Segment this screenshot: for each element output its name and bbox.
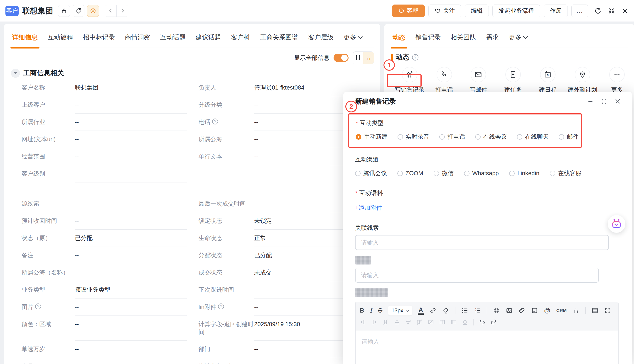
- activity-tab[interactable]: 销售记录: [415, 33, 441, 48]
- undo-button[interactable]: [479, 319, 485, 326]
- field-label: 下次跟进时间: [198, 286, 234, 294]
- radio-option[interactable]: Whatsapp: [464, 170, 499, 177]
- refresh-button[interactable]: [594, 7, 602, 15]
- action-create-field-plan[interactable]: 建外勤计划: [564, 67, 601, 94]
- split-cells-button[interactable]: [428, 319, 434, 325]
- redo-button[interactable]: [490, 319, 497, 326]
- cell-grid-button[interactable]: [439, 319, 446, 325]
- invalidate-button[interactable]: 作废: [544, 4, 568, 17]
- more-actions-button[interactable]: …: [571, 4, 588, 17]
- collapse-button[interactable]: [608, 7, 615, 15]
- edit-button[interactable]: 编辑: [465, 4, 489, 17]
- detail-tab[interactable]: 客户层级: [308, 33, 334, 48]
- action-create-task[interactable]: 建任务: [495, 67, 531, 94]
- detail-tab[interactable]: 招中标记录: [83, 33, 115, 48]
- radio-option[interactable]: ZOOM: [397, 170, 423, 177]
- editor-content[interactable]: 请输入: [356, 330, 618, 364]
- secondary-input[interactable]: [355, 268, 599, 283]
- action-call[interactable]: 打电话: [426, 67, 463, 94]
- detail-tab[interactable]: 工商关系图谱: [260, 33, 298, 48]
- pause-layout-button[interactable]: [353, 52, 363, 64]
- radio-option[interactable]: 微信: [434, 169, 454, 177]
- next-record-button[interactable]: [116, 5, 128, 16]
- field-value: --: [254, 303, 258, 311]
- activity-tab[interactable]: 相关团队: [451, 33, 476, 48]
- help-icon[interactable]: ?: [412, 54, 418, 60]
- radio-option[interactable]: 打电话: [439, 133, 465, 141]
- radio-option[interactable]: 在线客服: [550, 169, 582, 177]
- action-write-email[interactable]: 写邮件: [460, 67, 497, 94]
- action-more[interactable]: 更多: [599, 67, 634, 94]
- col-grid-button[interactable]: [451, 319, 457, 325]
- delete-col-button[interactable]: [382, 319, 389, 325]
- detail-tab[interactable]: 更多: [344, 33, 362, 48]
- field-label: 负责人: [198, 84, 216, 92]
- radio-option[interactable]: 手动新建: [356, 133, 387, 141]
- clear-format-button[interactable]: [442, 307, 449, 314]
- merge-cells-button[interactable]: [416, 319, 423, 325]
- insert-col-right-button[interactable]: [371, 319, 377, 325]
- ai-assistant-button[interactable]: [608, 215, 625, 233]
- fullscreen-button[interactable]: [604, 307, 611, 314]
- radio-option[interactable]: 邮件: [559, 133, 579, 141]
- mention-button[interactable]: @: [544, 307, 550, 314]
- emoji-button[interactable]: [493, 307, 500, 314]
- modal-title: 新建销售记录: [355, 97, 396, 106]
- chevron-down-icon: [405, 308, 409, 312]
- ordered-list-button[interactable]: 123: [474, 307, 481, 314]
- related-lead-input[interactable]: [355, 235, 609, 250]
- activity-tab[interactable]: 动态: [392, 33, 405, 48]
- fill-color-button[interactable]: [462, 319, 468, 325]
- radio-option[interactable]: 在线会议: [475, 133, 507, 141]
- image-button[interactable]: [506, 307, 513, 314]
- close-icon: [621, 7, 628, 14]
- radio-option[interactable]: 在线聊天: [517, 133, 549, 141]
- customer-group-button[interactable]: 客群: [392, 4, 425, 17]
- card-button[interactable]: [531, 307, 538, 314]
- strikethrough-button[interactable]: S: [378, 307, 383, 314]
- add-attachment-link[interactable]: +添加附件: [355, 204, 620, 212]
- font-color-button[interactable]: A: [418, 307, 424, 314]
- prev-record-button[interactable]: [105, 5, 116, 16]
- locate-target-button[interactable]: A: [87, 5, 99, 17]
- crm-button[interactable]: CRM: [556, 308, 567, 313]
- help-icon[interactable]: ?: [212, 118, 218, 124]
- font-size-select[interactable]: 13px: [388, 306, 412, 316]
- detail-tab[interactable]: 详细信息: [12, 33, 38, 48]
- unlock-button[interactable]: [58, 5, 70, 17]
- italic-button[interactable]: I: [370, 307, 372, 314]
- action-create-schedule[interactable]: 5 建日程: [530, 67, 566, 94]
- follow-button[interactable]: 关注: [429, 4, 461, 17]
- close-icon[interactable]: [614, 98, 621, 105]
- show-all-toggle[interactable]: [334, 54, 349, 62]
- bold-button[interactable]: B: [360, 307, 364, 314]
- detail-tab[interactable]: 互动旅程: [48, 33, 73, 48]
- activity-tab[interactable]: 需求: [486, 33, 499, 48]
- insert-row-above-button[interactable]: [394, 319, 400, 325]
- table-button[interactable]: [591, 307, 598, 314]
- radio-option[interactable]: 腾讯会议: [355, 169, 387, 177]
- insert-row-below-button[interactable]: [405, 319, 411, 325]
- expand-width-button[interactable]: ↔: [363, 52, 374, 64]
- help-icon[interactable]: ?: [218, 304, 224, 310]
- start-workflow-button[interactable]: 发起业务流程: [492, 4, 540, 17]
- detail-tab[interactable]: 互动话题: [160, 33, 186, 48]
- link-button[interactable]: [430, 307, 436, 314]
- detail-tab[interactable]: 商情洞察: [125, 33, 150, 48]
- radio-option[interactable]: 实时录音: [397, 133, 429, 141]
- annotation-step-2: 2: [345, 101, 357, 112]
- attachment-button[interactable]: [519, 307, 525, 314]
- activity-tab[interactable]: 更多: [509, 33, 527, 48]
- detail-tab[interactable]: 建议话题: [195, 33, 221, 48]
- radio-option[interactable]: Linkedin: [509, 170, 539, 177]
- bullet-list-button[interactable]: [461, 307, 468, 314]
- close-page-button[interactable]: [621, 7, 628, 14]
- collapse-section-button[interactable]: [11, 69, 20, 78]
- help-icon[interactable]: ?: [35, 304, 41, 310]
- maximize-icon[interactable]: [601, 98, 607, 105]
- insert-col-left-button[interactable]: [360, 319, 366, 325]
- tag-button[interactable]: [73, 5, 84, 17]
- chart-button[interactable]: [572, 307, 579, 314]
- detail-tab[interactable]: 客户树: [231, 33, 250, 48]
- minimize-icon[interactable]: [587, 98, 594, 105]
